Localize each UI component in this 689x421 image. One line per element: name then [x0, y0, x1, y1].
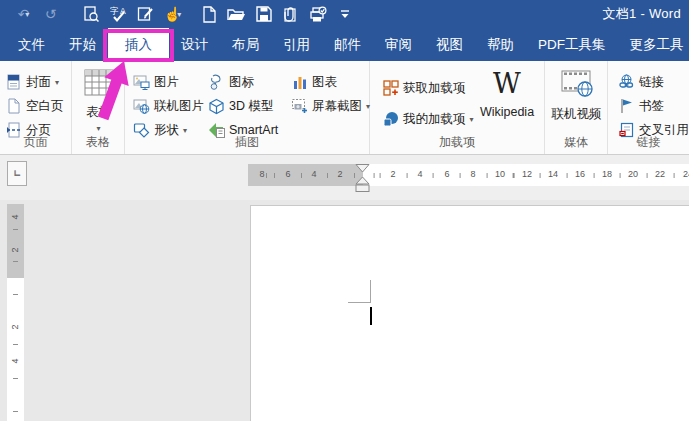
group-addins-label: 加载项: [370, 134, 544, 151]
tab-more-tools[interactable]: 更多工具: [618, 28, 689, 61]
annotation-arrow: [108, 60, 162, 126]
ruler-band: ∟ 8 6 4 2 2 4 6 8 10 12 14 16 18 20 22 2…: [0, 155, 689, 200]
quick-print-icon[interactable]: [304, 2, 331, 26]
ruler-tick: [13, 411, 18, 412]
tab-insert-label: 插入: [125, 37, 152, 52]
open-icon[interactable]: [223, 2, 250, 26]
ruler-number: 18: [600, 169, 614, 179]
tab-view[interactable]: 视图: [424, 28, 475, 61]
attach-file-icon[interactable]: [277, 2, 304, 26]
tab-design[interactable]: 设计: [169, 28, 220, 61]
group-illustrations-label: 插图: [125, 134, 369, 151]
group-links: 链接 书签 交叉引用 链接: [608, 61, 689, 154]
tab-review[interactable]: 审阅: [373, 28, 424, 61]
online-video-button[interactable]: 联机视频: [545, 69, 608, 123]
ruler-number: 6: [440, 169, 454, 179]
text-cursor: [370, 307, 372, 325]
cover-page-icon: [5, 74, 22, 91]
redo-icon[interactable]: ↺: [37, 2, 64, 26]
indent-markers[interactable]: [354, 164, 372, 199]
cover-page-label: 封面: [26, 74, 51, 91]
ruler-tick: [13, 378, 18, 379]
get-addins-icon: [382, 80, 399, 97]
bookmark-button[interactable]: 书签: [618, 95, 664, 117]
group-tables-label: 表格: [72, 134, 124, 151]
save-icon[interactable]: [250, 2, 277, 26]
chart-icon: [291, 74, 308, 91]
bookmark-label: 书签: [639, 98, 664, 115]
ruler-number: 4: [10, 354, 22, 368]
ruler-number: 8: [255, 169, 269, 179]
chart-button[interactable]: 图表: [291, 71, 337, 93]
horizontal-ruler[interactable]: 8 6 4 2 2 4 6 8 10 12 14 16 18 20 22 24: [248, 164, 689, 186]
touch-mouse-mode-icon[interactable]: ☝▾: [159, 2, 186, 26]
first-line-indent-marker: [356, 165, 369, 173]
ruler-number: 2: [10, 243, 22, 257]
screenshot-button[interactable]: 屏幕截图 ▾: [291, 95, 370, 117]
wikipedia-label: Wikipedia: [480, 105, 534, 119]
link-icon: [618, 74, 635, 91]
online-video-icon: [560, 69, 594, 102]
tab-references[interactable]: 引用: [271, 28, 322, 61]
wikipedia-icon: W: [493, 69, 521, 99]
edit-document-icon[interactable]: [132, 2, 159, 26]
3d-model-icon: [208, 98, 225, 115]
ruler-number: 8: [466, 169, 480, 179]
tab-pdf-tools[interactable]: PDF工具集: [526, 28, 618, 61]
group-pages-label: 页面: [0, 134, 71, 151]
new-document-icon[interactable]: [196, 2, 223, 26]
link-button[interactable]: 链接: [618, 71, 664, 93]
my-addins-button[interactable]: 我的加载项 ▾: [382, 108, 474, 130]
print-preview-icon[interactable]: [78, 2, 105, 26]
touch-mode-dropdown-icon[interactable]: ▾: [177, 10, 181, 19]
screenshot-icon: [291, 98, 308, 115]
ruler-number: 2: [10, 320, 22, 334]
word-window: ↶▾ ↺ 字A ☝▾: [0, 0, 689, 421]
icons-label: 图标: [229, 74, 254, 91]
ruler-number: 20: [626, 169, 640, 179]
ruler-number: 12: [520, 169, 534, 179]
ruler-number: 2: [386, 169, 400, 179]
tab-stop-selector[interactable]: ∟: [7, 161, 27, 186]
wikipedia-button[interactable]: W Wikipedia: [473, 69, 541, 119]
get-addins-button[interactable]: 获取加载项: [382, 77, 466, 99]
spelling-grammar-icon[interactable]: 字A: [105, 2, 132, 26]
tab-home[interactable]: 开始: [57, 28, 108, 61]
hanging-indent-marker: [356, 177, 369, 184]
online-video-label: 联机视频: [552, 106, 602, 123]
tab-mailings[interactable]: 邮件: [322, 28, 373, 61]
ruler-tick: [13, 344, 18, 345]
vertical-ruler[interactable]: 4 2 2 4: [7, 204, 24, 421]
ruler-number: 22: [653, 169, 667, 179]
ruler-number: 10: [493, 169, 507, 179]
tab-layout[interactable]: 布局: [220, 28, 271, 61]
tab-help[interactable]: 帮助: [475, 28, 526, 61]
ruler-number: 2: [333, 169, 347, 179]
ruler-number: 6: [281, 169, 295, 179]
ruler-tick: [13, 229, 18, 230]
3d-models-button[interactable]: 3D 模型: [208, 95, 273, 117]
window-title: 文档1 - Word: [602, 0, 681, 28]
group-pages: 封面 ▾ 空白页 分页 页面: [0, 61, 72, 154]
blank-page-button[interactable]: 空白页: [5, 95, 64, 117]
3d-models-label: 3D 模型: [229, 98, 273, 115]
tab-insert[interactable]: 插入: [108, 28, 169, 61]
link-label: 链接: [639, 74, 664, 91]
customize-quick-access-toolbar-icon[interactable]: [331, 2, 358, 26]
blank-page-icon: [5, 98, 22, 115]
ruler-number: 14: [546, 169, 560, 179]
group-links-label: 链接: [608, 134, 689, 151]
get-addins-label: 获取加载项: [403, 80, 466, 97]
undo-icon[interactable]: ↶▾: [10, 2, 37, 26]
left-indent-marker: [356, 185, 369, 192]
my-addins-label: 我的加载项: [403, 111, 466, 128]
ruler-number: 24: [681, 169, 689, 179]
ruler-tick: [13, 294, 18, 295]
tab-file[interactable]: 文件: [6, 28, 57, 61]
undo-dropdown-icon[interactable]: ▾: [25, 10, 29, 19]
ruler-number: 16: [573, 169, 587, 179]
group-addins: 获取加载项 我的加载项 ▾ W Wikipedia 加载项: [370, 61, 545, 154]
cover-page-button[interactable]: 封面 ▾: [5, 71, 59, 93]
icons-button[interactable]: 图标: [208, 71, 254, 93]
document-page[interactable]: [250, 205, 689, 421]
